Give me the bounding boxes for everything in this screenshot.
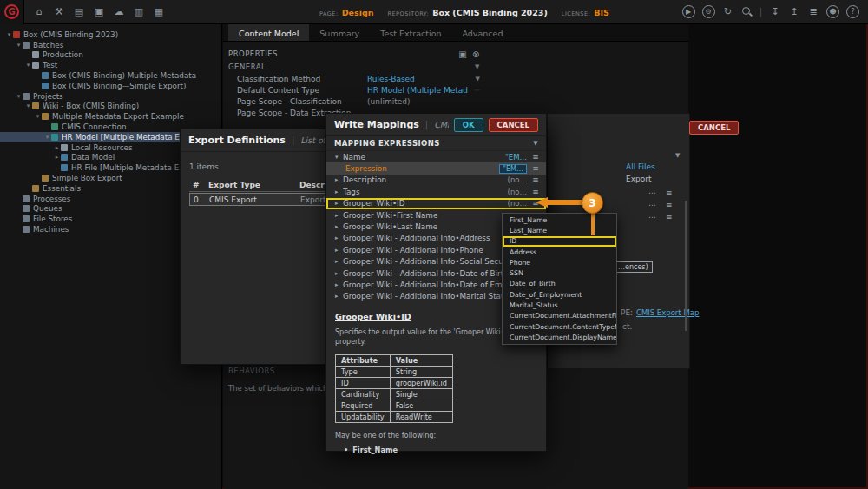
dropdown-item-display-name[interactable]: CurrentDocument.DisplayName: [503, 332, 616, 342]
chevron-right-icon[interactable]: ▸: [335, 247, 343, 254]
chevron-right-icon[interactable]: ▸: [335, 293, 343, 300]
menu-icon[interactable]: ≡: [666, 188, 673, 197]
ok-button[interactable]: OK: [454, 118, 483, 132]
all-files-link[interactable]: All Files: [626, 162, 655, 171]
refresh-icon[interactable]: ↻: [722, 6, 734, 18]
tree-item-production[interactable]: Production: [0, 50, 221, 61]
menu-icon[interactable]: ≡: [530, 188, 541, 196]
menu-icon[interactable]: ≡: [530, 164, 541, 173]
reset-icon[interactable]: ⊗: [472, 50, 480, 59]
chevron-down-icon[interactable]: ▾: [43, 134, 51, 141]
menu-icon[interactable]: ≡: [530, 153, 541, 162]
chevron-down-icon[interactable]: ▾: [34, 113, 42, 120]
tree-item-box-cmis-binding-2023[interactable]: ▾ Box (CMIS Binding 2023): [0, 30, 221, 40]
mapping-row-tags[interactable]: ▸ Tags (no… ≡: [326, 186, 546, 197]
chevron-right-icon[interactable]: ▸: [335, 212, 343, 219]
chevron-right-icon[interactable]: ▸: [335, 270, 343, 277]
tree-item-test[interactable]: ▾ Test: [0, 60, 221, 70]
property-row-page-scope-classification[interactable]: Page Scope - Classification (unlimited): [228, 96, 480, 107]
user-icon[interactable]: ☻: [826, 5, 839, 18]
dropdown-item-first-name[interactable]: First_Name: [503, 215, 616, 225]
menu-icon[interactable]: ≡: [530, 175, 541, 184]
tools-icon[interactable]: ⚒: [53, 6, 65, 18]
tab-advanced[interactable]: Advanced: [451, 24, 513, 41]
mapping-row-grooper-wiki-id-highlighted[interactable]: ▸ Grooper Wiki•ID (no… ≡: [326, 198, 546, 209]
home-icon[interactable]: ⌂: [33, 6, 45, 18]
chevron-right-icon[interactable]: ▸: [335, 176, 343, 183]
cancel-button[interactable]: CANCEL: [489, 118, 538, 132]
dropdown-item-content-type-name[interactable]: CurrentDocument.ContentTypeName: [503, 321, 616, 332]
dropdown-item-last-name[interactable]: Last_Name: [503, 225, 616, 235]
dropdown-item-address[interactable]: Address: [503, 247, 616, 257]
tree-item-projects[interactable]: ▾ Projects: [0, 91, 221, 102]
cmis-export-map-link[interactable]: CMIS Export Map: [636, 308, 699, 317]
dropdown-item-date-of-employment[interactable]: Date_of_Employment: [503, 289, 616, 300]
properties-header: PROPERTIES ▣ ⊗: [228, 47, 480, 61]
chevron-down-icon[interactable]: ▾: [24, 62, 32, 69]
folder-icon[interactable]: ▥: [133, 6, 145, 18]
tab-test-extraction[interactable]: Test Extraction: [370, 24, 451, 41]
dropdown-item-id-highlighted[interactable]: ID: [503, 236, 616, 247]
tree-item-batches[interactable]: ▾ Batches: [0, 40, 221, 50]
chevron-down-icon[interactable]: ▾: [5, 31, 13, 38]
property-value: Rules-Based: [367, 75, 468, 83]
dropdown-item-phone[interactable]: Phone: [503, 257, 616, 268]
tab-summary[interactable]: Summary: [309, 24, 370, 41]
tab-content-model[interactable]: Content Model: [228, 24, 309, 41]
session-info: PAGE: Design REPOSITORY: Box (CMIS Bindi…: [319, 0, 609, 24]
menu-icon[interactable]: ≡: [666, 213, 673, 221]
cloud-icon[interactable]: ☁: [113, 6, 125, 18]
dropdown-item-date-of-birth[interactable]: Date_of_Birth: [503, 279, 616, 289]
chevron-right-icon[interactable]: ▸: [53, 144, 61, 151]
chevron-right-icon[interactable]: ▸: [335, 235, 343, 241]
chevron-right-icon[interactable]: ▸: [335, 188, 343, 195]
mapping-row-expression-selected[interactable]: Expression "EM… ≡: [326, 162, 546, 174]
dropdown-caret-icon[interactable]: ▼: [468, 76, 480, 83]
chevron-right-icon[interactable]: ▸: [335, 223, 343, 230]
chevron-down-icon[interactable]: ▼: [675, 152, 680, 159]
help-bullet-item: • First_Name: [335, 446, 537, 454]
tree-item-batch-simple-export[interactable]: Box (CMIS Binding—Simple Export): [0, 81, 221, 91]
property-label: Classification Method: [228, 75, 367, 83]
section-title: GENERAL: [228, 63, 266, 71]
dropdown-item-ssn[interactable]: SSN: [503, 268, 616, 278]
search-icon[interactable]: [741, 6, 753, 17]
archive-icon[interactable]: ▤: [73, 6, 85, 18]
dialog-title: Write Mappings: [334, 119, 419, 130]
general-section-header[interactable]: GENERAL ▼: [228, 61, 480, 73]
chevron-right-icon[interactable]: ▸: [53, 154, 61, 161]
dropdown-item-marital-status[interactable]: Marital_Status: [503, 300, 616, 310]
processes-icon: [23, 195, 30, 202]
chevron-down-icon[interactable]: ▾: [335, 154, 343, 161]
property-row-default-content-type[interactable]: Default Content Type HR Model (Multiple …: [228, 84, 480, 96]
tree-item-multiple-metadata-export-example[interactable]: ▾ Multiple Metadata Export Example: [0, 111, 221, 122]
help-icon[interactable]: ?: [846, 5, 859, 18]
chevron-right-icon[interactable]: ▸: [335, 281, 343, 288]
property-row-classification-method[interactable]: Classification Method Rules-Based ▼: [228, 73, 480, 84]
chevron-right-icon[interactable]: ▸: [335, 200, 343, 207]
download-icon[interactable]: ↧: [769, 6, 781, 18]
menu-icon[interactable]: ≡: [666, 201, 673, 209]
gear-icon[interactable]: ⚙: [702, 5, 715, 18]
ellipsis-button[interactable]: ⋯: [468, 87, 480, 94]
machines-icon: [23, 226, 30, 233]
layers-icon[interactable]: ≣: [807, 6, 819, 18]
play-icon[interactable]: ▶: [682, 5, 695, 18]
mapping-expressions-header[interactable]: MAPPING EXPRESSIONS ▼: [326, 136, 546, 151]
upload-icon[interactable]: ↥: [788, 6, 800, 18]
mapping-row-description[interactable]: ▸ Description (no… ≡: [326, 175, 546, 186]
chevron-right-icon[interactable]: ▸: [335, 258, 343, 265]
chevron-down-icon[interactable]: ▾: [15, 93, 23, 100]
expression-value-box[interactable]: "EM…: [499, 164, 527, 174]
chevron-down-icon[interactable]: ▾: [15, 42, 23, 49]
chart-icon[interactable]: ▦: [153, 6, 165, 18]
mapping-row-name[interactable]: ▾ Name "EM… ≡: [326, 151, 546, 162]
save-icon[interactable]: ▣: [93, 6, 105, 18]
scrollbar[interactable]: [685, 201, 687, 331]
dropdown-item-attachment-file-name[interactable]: CurrentDocument.AttachmentFileName: [503, 311, 616, 321]
tree-item-wiki-box-cmis-binding[interactable]: ▾ Wiki - Box (CMIS Binding): [0, 102, 221, 112]
tree-item-batch-multiple-metadata[interactable]: Box (CMIS Binding) Multiple Metadata: [0, 70, 221, 81]
save-icon[interactable]: ▣: [458, 50, 467, 59]
chevron-down-icon[interactable]: ▾: [24, 102, 32, 109]
cancel-button[interactable]: CANCEL: [689, 121, 739, 135]
